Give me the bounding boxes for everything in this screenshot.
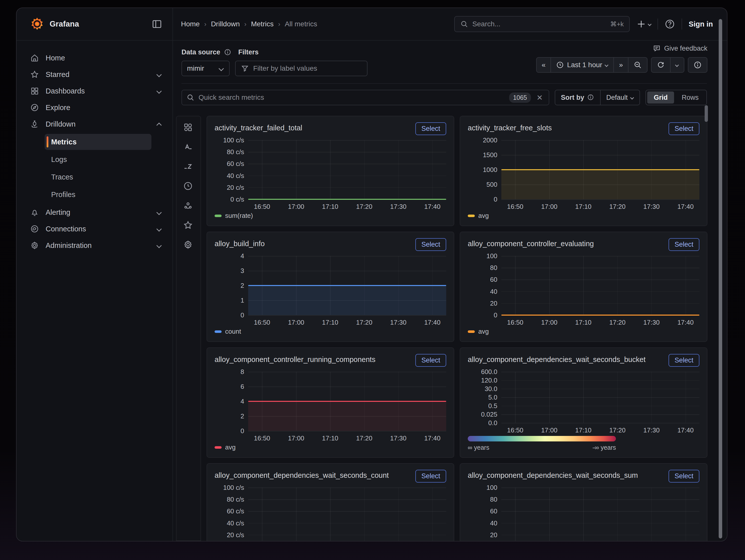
x-tick-label: 17:40 [677,426,693,434]
sidebar-item-profiles[interactable]: Profiles [44,187,152,202]
refresh-button[interactable] [651,58,670,72]
time-range-picker[interactable]: Last 1 hour [550,58,613,72]
x-axis: 16:5017:0017:1017:2017:3017:40 [248,431,446,441]
time-back-button[interactable]: « [537,58,551,72]
star-icon[interactable] [183,220,194,231]
panel-legend: sum(rate) [215,212,446,220]
x-tick-label: 17:30 [390,434,406,442]
select-button[interactable]: Select [669,238,700,251]
sidebar-item-logs[interactable]: Logs [44,152,152,167]
plot-area[interactable] [248,256,446,315]
sidebar-item-drilldown[interactable]: Drilldown [17,116,166,132]
select-button[interactable]: Select [415,238,446,251]
view-rows-button[interactable]: Rows [675,92,705,103]
time-forward-button[interactable]: » [613,58,628,72]
gridline [296,140,296,199]
panel-info-icon[interactable] [688,58,707,72]
sidebar-rail [176,116,201,541]
plot-area[interactable] [248,140,446,199]
legend-label[interactable]: sum(rate) [225,212,253,220]
select-button[interactable]: Select [669,470,700,483]
gridline [501,155,700,156]
sidebar-item-dashboards[interactable]: Dashboards [17,83,166,99]
x-tick-label: 17:10 [575,203,592,210]
grafana-logo-icon[interactable] [30,17,44,31]
layout-grid-icon[interactable] [183,122,194,133]
gridline [501,535,700,535]
gridline [248,372,446,372]
brand-zone: Grafana [17,8,173,40]
plot-area[interactable] [501,372,700,423]
sidebar-item-explore[interactable]: Explore [17,99,166,116]
y-tick-label: 100 c/s [223,484,244,492]
breadcrumb-home[interactable]: Home [181,20,200,28]
breadcrumb-metrics[interactable]: Metrics [251,20,273,28]
sort-descending-icon[interactable] [183,161,194,172]
gear-icon[interactable] [183,239,194,250]
label-filter-field[interactable] [253,64,362,72]
y-axis: 600.0120.030.05.00.50.0250.0 [468,372,497,423]
select-button[interactable]: Select [415,470,446,483]
sidebar-item-alerting[interactable]: Alerting [17,204,166,221]
plot-area[interactable] [501,488,700,541]
clear-search-icon[interactable]: ✕ [535,93,544,102]
sidebar-item-connections[interactable]: Connections [17,221,166,237]
chevron-down-icon [675,63,679,67]
users-icon[interactable] [183,200,194,211]
sidebar-item-traces[interactable]: Traces [44,169,152,185]
search-input[interactable] [472,20,606,28]
sort-value-dropdown[interactable]: Default [600,90,640,105]
sidebar-toggle-icon[interactable] [152,19,162,30]
legend-label[interactable]: avg [478,212,489,220]
legend-label[interactable]: avg [478,328,489,335]
datasource-select[interactable]: mimir [182,61,230,76]
legend-swatch [468,215,475,217]
main-content: Data source Filters mimir [173,41,727,541]
sign-in-button[interactable]: Sign in [689,20,713,28]
metric-panel-alloy_component_controller_running_components: alloy_component_controller_running_compo… [206,348,454,458]
sidebar-item-home[interactable]: Home [17,50,166,66]
chevron-down-icon [156,72,162,77]
select-button[interactable]: Select [415,122,446,135]
quick-search[interactable]: 1065 ✕ [182,90,549,105]
plot-area[interactable] [248,488,446,541]
drilldown-sub-list: Metrics Logs Traces Profiles [17,134,166,202]
info-icon [587,94,594,101]
help-icon[interactable] [658,19,682,29]
give-feedback-button[interactable]: Give feedback [652,44,707,53]
clock-icon[interactable] [183,180,194,192]
window-scrollbar[interactable] [719,19,722,538]
label-filter-input[interactable] [235,61,367,76]
select-button[interactable]: Select [415,354,446,367]
zoom-out-icon[interactable] [628,58,647,72]
breadcrumb-drilldown[interactable]: Drilldown [211,20,240,28]
content-scrollbar-thumb[interactable] [705,105,708,122]
sidebar-item-administration[interactable]: Administration [17,237,166,254]
gridline [501,415,700,415]
y-tick-label: 2 [241,413,244,420]
select-button[interactable]: Select [669,122,700,135]
gridline [515,372,516,423]
y-tick-label: 1500 [483,151,497,159]
select-button[interactable]: Select [669,354,700,367]
gridline [364,488,365,541]
metric-panel-alloy_component_dependencies_wait_seconds_sum: alloy_component_dependencies_wait_second… [460,463,707,541]
sidebar-item-starred[interactable]: Starred [17,66,166,83]
refresh-interval-dropdown[interactable] [670,58,684,72]
legend-label[interactable]: count [225,328,241,335]
plot-area[interactable] [501,140,700,199]
view-grid-button[interactable]: Grid [647,92,674,103]
y-tick-label: 2000 [483,136,497,144]
x-tick-label: 17:10 [322,319,338,326]
gridline [262,488,262,541]
quick-search-input[interactable] [198,94,505,101]
sort-ascending-icon[interactable] [183,141,194,153]
plot-area[interactable] [501,256,700,315]
sidebar-item-metrics[interactable]: Metrics [44,134,152,150]
plot-area[interactable] [248,372,446,431]
add-new-button[interactable] [630,19,657,29]
legend-label[interactable]: avg [225,443,236,451]
chevron-down-icon [630,96,634,100]
global-search[interactable]: ⌘+k [454,16,630,32]
divider [182,83,707,84]
